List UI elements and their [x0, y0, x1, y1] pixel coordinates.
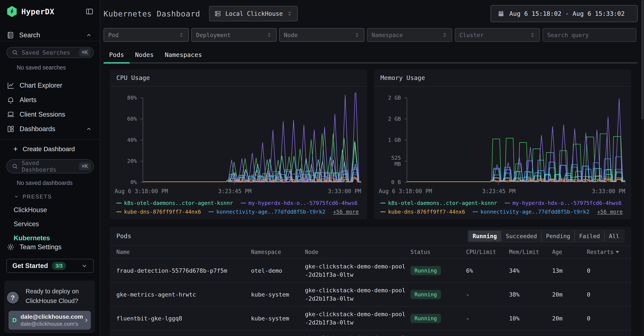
legend-item[interactable]: my-hyperdx-hdx-o..-57975fcd6-4hws6 [505, 200, 622, 206]
legend-swatch [505, 203, 510, 203]
node-filter-select[interactable]: Node [279, 28, 364, 42]
status-badge: Running [410, 266, 441, 275]
table-row[interactable]: gke-clickstack-demo-demo-pool-2d2b1f3a-0… [110, 330, 631, 336]
column-header-cpu[interactable]: CPU/Limit [466, 249, 509, 255]
avatar: D [12, 314, 16, 326]
sidebar-item-team-settings[interactable]: Team Settings [0, 242, 100, 253]
shortcut-badge: ⌘K [79, 162, 91, 170]
main-content: Kubernetes Dashboard Local ClickHouse Au… [100, 0, 641, 336]
create-dashboard-button[interactable]: Create Dashboard [0, 144, 100, 154]
cell-restarts: 0 [587, 267, 625, 274]
memory-usage-panel: Memory Usage 2 GB 2 GB 1 GB 525 MB 0 B [374, 70, 631, 219]
user-menu[interactable]: D dale@clickhouse.com dale@clickhouse.co… [8, 311, 91, 329]
preset-item-kubernetes[interactable]: Kubernetes [14, 234, 100, 242]
date-range-picker[interactable]: Aug 6 15:18:02 - Aug 6 15:33:02 [490, 5, 638, 22]
cell-age: 13m [552, 267, 587, 274]
tab-namespaces[interactable]: Namespaces [159, 48, 208, 64]
x-tick-label: 3:23:45 PM [218, 188, 252, 194]
column-header-restarts[interactable]: Restarts [587, 249, 625, 255]
search-query-input[interactable] [542, 28, 636, 42]
pod-filter-select[interactable]: Pod [104, 28, 189, 42]
legend-more-link[interactable]: +56 more [333, 209, 359, 215]
y-tick-label: 0 B [391, 179, 401, 185]
datasource-select[interactable]: Local ClickHouse [209, 6, 298, 21]
y-tick-label: 2 GB [388, 95, 401, 101]
tab-pods[interactable]: Pods [104, 48, 130, 64]
get-started-label: Get Started [12, 262, 48, 270]
cpu-plot-area[interactable] [140, 93, 361, 185]
database-icon [214, 10, 222, 17]
chevron-down-icon [81, 262, 88, 269]
sidebar-collapse-button[interactable] [85, 7, 94, 16]
saved-dashboards-input[interactable]: Saved Dashboards ⌘K [6, 159, 94, 173]
datasource-value: Local ClickHouse [225, 10, 283, 17]
memory-chart: 2 GB 2 GB 1 GB 525 MB 0 B Aug 6 3:18:00 … [374, 87, 631, 219]
cell-namespace: otel-demo [251, 267, 305, 274]
column-header-age[interactable]: Age [552, 249, 587, 255]
legend-swatch [380, 211, 386, 212]
saved-searches-input[interactable]: Saved Searches ⌘K [6, 47, 94, 58]
brand-name: HyperDX [21, 7, 54, 16]
laptop-icon [6, 110, 15, 119]
column-header-restarts-label: Restarts [587, 249, 614, 255]
legend-label: kube-dns-876ff9ff7-44nx6 [388, 209, 465, 215]
y-tick-label: 525 MB [391, 155, 401, 167]
team-settings-label: Team Settings [20, 243, 61, 251]
legend-item[interactable]: kube-dns-876ff9ff7-44nx6 [380, 209, 465, 215]
table-row[interactable]: fluentbit-gke-lggq8 kube-system gke-clic… [110, 306, 631, 330]
namespace-filter-label: Namespace [372, 32, 403, 38]
legend-item[interactable]: konnectivity-age..77dfdd8f5b-t9rk2 [209, 209, 326, 215]
status-filter-pending[interactable]: Pending [541, 231, 574, 241]
status-filter-running[interactable]: Running [468, 231, 501, 241]
cell-namespace: kube-system [251, 315, 305, 322]
memory-plot-area[interactable] [404, 93, 625, 185]
table-header: Name Namespace Node Status CPU/Limit Mem… [110, 245, 631, 258]
column-header-status[interactable]: Status [410, 249, 466, 255]
preset-item-services[interactable]: Services [14, 220, 100, 228]
sidebar-item-alerts[interactable]: Alerts [0, 93, 100, 107]
line-chart-icon [6, 82, 15, 90]
sidebar-item-chart-explorer[interactable]: Chart Explorer [0, 78, 100, 93]
legend-item[interactable]: k8s-otel-daemons..ctor-agent-ksnnr [380, 200, 497, 206]
sidebar-item-dashboards[interactable]: Dashboards [0, 122, 100, 136]
table-row[interactable]: fraud-detection-55776d678b-p7f5m otel-de… [110, 258, 631, 282]
cell-cpu: - [466, 315, 509, 322]
status-filter-all[interactable]: All [604, 231, 624, 241]
hyperdx-logo-icon [6, 6, 18, 17]
legend-item[interactable]: kube-dns-876ff9ff7-44nx6 [116, 209, 201, 215]
get-started-button[interactable]: Get Started 3/3 [6, 259, 94, 273]
scrollbar-thumb[interactable] [642, 0, 644, 119]
table-row[interactable]: gke-metrics-agent-hrwtc kube-system gke-… [110, 282, 631, 306]
status-filter-failed[interactable]: Failed [574, 231, 604, 241]
tab-nodes[interactable]: Nodes [130, 48, 159, 64]
status-filter-succeeded[interactable]: Succeeded [501, 231, 541, 241]
namespace-filter-select[interactable]: Namespace [367, 28, 452, 42]
presets-toggle[interactable]: PRESETS [14, 194, 100, 200]
sidebar-nav: Chart Explorer Alerts Client Sessions Da… [0, 78, 100, 136]
cell-restarts: 0 [587, 291, 625, 298]
column-header-name[interactable]: Name [116, 249, 251, 255]
legend-item[interactable]: my-hyperdx-hdx-o..-57975fcd6-4hws6 [241, 200, 358, 206]
chevron-up-icon [86, 126, 92, 132]
memory-y-axis: 2 GB 2 GB 1 GB 525 MB 0 B [378, 93, 404, 185]
cluster-filter-select[interactable]: Cluster [455, 28, 540, 42]
column-header-node[interactable]: Node [305, 249, 410, 255]
column-header-mem[interactable]: Mem/Limit [509, 249, 552, 255]
legend-item[interactable]: k8s-otel-daemons..ctor-agent-ksnnr [116, 200, 233, 206]
legend-more-link[interactable]: +56 more [597, 209, 623, 215]
deployment-filter-select[interactable]: Deployment [191, 28, 276, 42]
legend-item[interactable]: konnectivity-age..77dfdd8f5b-t9rk2 [473, 209, 590, 215]
presets-label: PRESETS [22, 194, 52, 200]
sidebar-item-search[interactable]: Search [0, 30, 100, 41]
get-started-progress-badge: 3/3 [52, 262, 66, 270]
legend-label: konnectivity-age..77dfdd8f5b-t9rk2 [216, 209, 326, 215]
scrollbar[interactable] [641, 0, 644, 336]
node-filter-label: Node [284, 32, 298, 38]
search-icon [12, 49, 18, 56]
sidebar-item-client-sessions[interactable]: Client Sessions [0, 107, 100, 122]
help-icon[interactable]: ? [7, 292, 19, 303]
preset-item-clickhouse[interactable]: ClickHouse [14, 206, 100, 214]
memory-x-axis: Aug 6 3:18:00 PM 3:23:45 PM 3:33:00 PM [378, 185, 625, 196]
column-header-namespace[interactable]: Namespace [251, 249, 305, 255]
legend-label: my-hyperdx-hdx-o..-57975fcd6-4hws6 [512, 200, 622, 206]
